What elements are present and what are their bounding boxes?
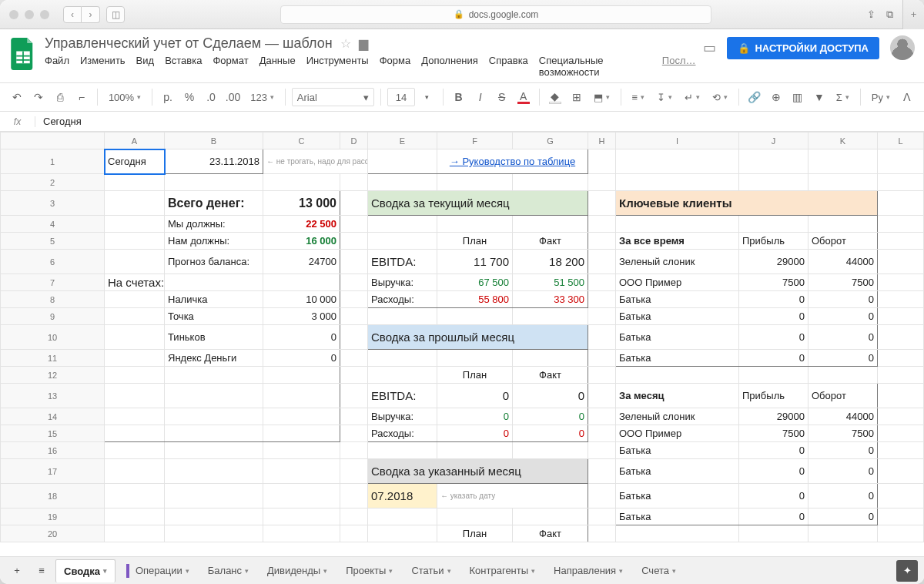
cell[interactable]: ← не трогать, надо для рассчетов bbox=[263, 149, 368, 174]
cell[interactable]: 29000 bbox=[739, 250, 808, 274]
cell[interactable]: 0 bbox=[739, 325, 808, 350]
cell[interactable]: 0 bbox=[263, 325, 340, 350]
sheet-tab[interactable]: Операции▾ bbox=[119, 559, 197, 582]
row-header[interactable]: 5 bbox=[1, 233, 105, 250]
insert-chart-button[interactable]: ▥ bbox=[788, 87, 807, 107]
comments-icon[interactable]: ▭ bbox=[703, 39, 716, 56]
sheet-tab[interactable]: Статьи▾ bbox=[403, 559, 458, 582]
cell[interactable]: 24700 bbox=[263, 250, 340, 274]
row-header[interactable]: 14 bbox=[1, 408, 105, 425]
fill-color-button[interactable]: ◆ bbox=[546, 87, 564, 107]
row-header[interactable]: 7 bbox=[1, 274, 105, 291]
cell[interactable]: 0 bbox=[513, 408, 588, 425]
menu-edit[interactable]: Изменить bbox=[80, 55, 126, 78]
row-header[interactable]: 10 bbox=[1, 325, 105, 350]
cell[interactable]: Батька bbox=[616, 484, 739, 508]
cell[interactable]: Выручка: bbox=[368, 274, 437, 291]
minimize-window-icon[interactable] bbox=[25, 10, 34, 19]
col-header[interactable]: B bbox=[165, 133, 263, 149]
insert-link-button[interactable]: 🔗 bbox=[745, 87, 764, 107]
col-header[interactable]: F bbox=[437, 133, 513, 149]
account-avatar[interactable] bbox=[890, 35, 915, 60]
col-header[interactable]: D bbox=[340, 133, 368, 149]
menu-file[interactable]: Файл bbox=[45, 55, 69, 78]
col-header[interactable]: J bbox=[739, 133, 808, 149]
cell[interactable]: Яндекс Деньги bbox=[165, 350, 263, 367]
cell[interactable]: План bbox=[437, 367, 513, 384]
menu-data[interactable]: Данные bbox=[259, 55, 296, 78]
sheet-tab[interactable]: Проекты▾ bbox=[338, 559, 400, 582]
cell[interactable]: 0 bbox=[808, 459, 878, 484]
cell[interactable]: Зеленый слоник bbox=[616, 408, 739, 425]
col-header[interactable]: I bbox=[616, 133, 739, 149]
cell[interactable]: Батька bbox=[616, 442, 739, 459]
cell[interactable]: Оборот bbox=[808, 384, 878, 408]
cell[interactable]: Батька bbox=[616, 325, 739, 350]
row-header[interactable]: 20 bbox=[1, 525, 105, 542]
horizontal-align-button[interactable]: ≡▾ bbox=[627, 92, 649, 103]
cell[interactable]: 0 bbox=[437, 408, 513, 425]
cell[interactable]: Батька bbox=[616, 508, 739, 525]
cell[interactable]: 16 000 bbox=[263, 233, 340, 250]
cell[interactable]: 0 bbox=[739, 442, 808, 459]
row-header[interactable]: 11 bbox=[1, 350, 105, 367]
cell[interactable]: 0 bbox=[808, 442, 878, 459]
cell[interactable]: 33 300 bbox=[513, 291, 588, 308]
cell[interactable]: 0 bbox=[808, 484, 878, 508]
cell[interactable]: План bbox=[437, 233, 513, 250]
cell[interactable]: Прибыль bbox=[739, 384, 808, 408]
cell[interactable]: 7500 bbox=[808, 274, 878, 291]
cell[interactable]: За месяц bbox=[616, 384, 739, 408]
cell[interactable]: 18 200 bbox=[513, 250, 588, 274]
row-header[interactable]: 17 bbox=[1, 459, 105, 484]
row-header[interactable]: 6 bbox=[1, 250, 105, 274]
cell[interactable]: 0 bbox=[437, 425, 513, 442]
font-size-dropdown[interactable]: ▾ bbox=[418, 87, 437, 107]
cell[interactable]: 0 bbox=[513, 384, 588, 408]
bold-button[interactable]: B bbox=[450, 87, 468, 107]
select-all-cell[interactable] bbox=[1, 133, 105, 149]
merge-cells-button[interactable]: ⬒▾ bbox=[589, 92, 614, 103]
section-header[interactable]: Сводка за текущий месяц bbox=[368, 191, 588, 216]
sheet-tab[interactable]: Направления▾ bbox=[546, 559, 631, 582]
menu-addons[interactable]: Дополнения bbox=[421, 55, 478, 78]
cell[interactable]: 7500 bbox=[739, 274, 808, 291]
cell[interactable]: 0 bbox=[739, 484, 808, 508]
cell[interactable]: 0 bbox=[808, 325, 878, 350]
undo-button[interactable]: ↶ bbox=[8, 87, 26, 107]
cell[interactable]: ООО Пример bbox=[616, 274, 739, 291]
tabs-icon[interactable]: ⧉ bbox=[886, 8, 893, 21]
cell[interactable]: За все время bbox=[616, 233, 739, 250]
cell[interactable]: Оборот bbox=[808, 233, 878, 250]
cell[interactable]: Точка bbox=[165, 308, 263, 325]
section-header[interactable]: Ключевые клиенты bbox=[616, 191, 878, 216]
cell[interactable]: Батька bbox=[616, 459, 739, 484]
sheet-tab[interactable]: Сводка▾ bbox=[55, 559, 116, 582]
section-header[interactable]: Сводка за указанный месяц bbox=[368, 459, 588, 484]
col-header[interactable]: C bbox=[263, 133, 340, 149]
cell[interactable]: 10 000 bbox=[263, 291, 340, 308]
share-button[interactable]: 🔒 НАСТРОЙКИ ДОСТУПА bbox=[727, 37, 879, 59]
row-header[interactable]: 13 bbox=[1, 384, 105, 408]
row-header[interactable]: 2 bbox=[1, 174, 105, 191]
cell[interactable]: Сегодня bbox=[105, 149, 165, 174]
cell[interactable]: Прибыль bbox=[739, 233, 808, 250]
input-tools-button[interactable]: Ру▾ bbox=[867, 92, 895, 103]
back-button[interactable]: ‹ bbox=[63, 6, 82, 23]
cell[interactable]: Мы должны: bbox=[165, 216, 263, 233]
collapse-toolbar-button[interactable]: ᐱ bbox=[898, 87, 916, 107]
row-header[interactable]: 1 bbox=[1, 149, 105, 174]
cell[interactable]: 7500 bbox=[808, 425, 878, 442]
cell[interactable]: 44000 bbox=[808, 408, 878, 425]
sidebar-toggle-icon[interactable]: ◫ bbox=[106, 6, 125, 23]
all-sheets-button[interactable]: ≡ bbox=[31, 560, 52, 582]
sheet-tab[interactable]: Дивиденды▾ bbox=[259, 559, 335, 582]
decrease-decimals-button[interactable]: .0 bbox=[202, 87, 220, 107]
sheet-tab[interactable]: Контрагенты▾ bbox=[462, 559, 544, 582]
menu-tools[interactable]: Инструменты bbox=[306, 55, 369, 78]
cell[interactable]: 51 500 bbox=[513, 274, 588, 291]
cell[interactable]: Факт bbox=[513, 367, 588, 384]
vertical-align-button[interactable]: ↧▾ bbox=[652, 92, 677, 103]
percent-format-button[interactable]: % bbox=[180, 87, 199, 107]
row-header[interactable]: 4 bbox=[1, 216, 105, 233]
